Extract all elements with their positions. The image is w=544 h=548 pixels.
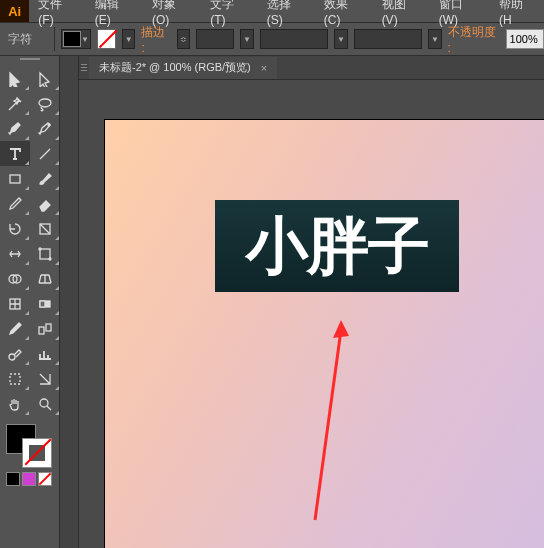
pencil-tool[interactable] (0, 191, 30, 216)
options-bar: 字符 ▼ ▼ 描边 : ≎ ▼ ▼ ▼ 不透明度 : 100% (0, 22, 544, 56)
character-panel-link[interactable]: 字符 (8, 31, 48, 48)
menu-select[interactable]: 选择(S) (258, 0, 315, 27)
free-transform-tool[interactable] (30, 241, 60, 266)
stroke-none-icon[interactable] (97, 29, 116, 49)
stroke-label: 描边 : (141, 24, 170, 55)
swatch-1[interactable] (22, 472, 36, 486)
gradient-tool[interactable] (30, 291, 60, 316)
stroke-swatch[interactable] (22, 438, 52, 468)
svg-marker-17 (333, 320, 349, 338)
document-tab-title: 未标题-2* @ 100% (RGB/预览) (99, 60, 251, 75)
menu-type[interactable]: 文字(T) (201, 0, 257, 27)
toolbox (0, 56, 60, 548)
stroke-weight-dropdown[interactable]: ▼ (240, 29, 253, 49)
svg-rect-1 (10, 175, 20, 183)
document-tab-strip: 未标题-2* @ 100% (RGB/预览) × (79, 56, 544, 80)
magic-wand-tool[interactable] (0, 91, 30, 116)
canvas[interactable]: 小胖子 (79, 80, 544, 548)
svg-rect-11 (39, 327, 44, 334)
width-tool[interactable] (0, 241, 30, 266)
app-badge-icon: Ai (0, 0, 29, 22)
text-content: 小胖子 (246, 204, 429, 288)
stroke-weight-input[interactable] (196, 29, 234, 49)
artboard[interactable]: 小胖子 (105, 120, 544, 548)
stroke-stepper[interactable]: ≎ (177, 29, 190, 49)
lasso-tool[interactable] (30, 91, 60, 116)
draw-mode-row (0, 468, 59, 490)
menu-view[interactable]: 视图(V) (373, 0, 430, 27)
fill-color-swatch[interactable]: ▼ (61, 29, 91, 49)
text-frame[interactable]: 小胖子 (215, 200, 459, 292)
swatch-2[interactable] (38, 472, 52, 486)
blend-tool[interactable] (30, 316, 60, 341)
svg-rect-12 (46, 324, 51, 331)
stroke-swatch-dropdown[interactable]: ▼ (122, 29, 135, 49)
svg-point-0 (48, 124, 50, 126)
brush-dropdown[interactable]: ▼ (428, 29, 441, 49)
direct-selection-tool[interactable] (30, 66, 60, 91)
close-icon[interactable]: × (261, 62, 267, 74)
menu-effect[interactable]: 效果(C) (315, 0, 373, 27)
curvature-tool[interactable] (30, 116, 60, 141)
svg-rect-14 (10, 374, 20, 384)
brush-definition[interactable] (354, 29, 423, 49)
symbol-sprayer-tool[interactable] (0, 341, 30, 366)
svg-point-15 (40, 399, 48, 407)
fill-stroke-control[interactable] (0, 420, 59, 468)
column-graph-tool[interactable] (30, 341, 60, 366)
svg-line-16 (315, 330, 341, 520)
eyedropper-tool[interactable] (0, 316, 30, 341)
toolbox-drag-handle[interactable] (0, 56, 59, 66)
variable-width-dropdown[interactable]: ▼ (334, 29, 347, 49)
rotate-tool[interactable] (0, 216, 30, 241)
paintbrush-tool[interactable] (30, 166, 60, 191)
svg-rect-10 (40, 301, 45, 307)
annotation-arrow-icon (311, 320, 351, 530)
hand-tool[interactable] (0, 391, 30, 416)
pen-tool[interactable] (0, 116, 30, 141)
mesh-tool[interactable] (0, 291, 30, 316)
zoom-tool[interactable] (30, 391, 60, 416)
menu-edit[interactable]: 编辑(E) (86, 0, 143, 27)
opacity-label: 不透明度 : (448, 24, 500, 55)
type-tool[interactable] (0, 141, 30, 166)
panel-dock-strip[interactable] (60, 56, 79, 548)
line-segment-tool[interactable] (30, 141, 60, 166)
slice-tool[interactable] (30, 366, 60, 391)
separator (54, 27, 55, 51)
artboard-tool[interactable] (0, 366, 30, 391)
svg-rect-3 (40, 249, 50, 259)
selection-tool[interactable] (0, 66, 30, 91)
document-tab[interactable]: 未标题-2* @ 100% (RGB/预览) × (89, 57, 277, 79)
tab-drag-handle[interactable] (79, 56, 89, 80)
svg-point-4 (39, 248, 41, 250)
variable-width-profile[interactable] (260, 29, 329, 49)
perspective-grid-tool[interactable] (30, 266, 60, 291)
opacity-input[interactable]: 100% (506, 29, 544, 49)
swatch-0[interactable] (6, 472, 20, 486)
svg-point-5 (49, 258, 51, 260)
menu-file[interactable]: 文件(F) (29, 0, 85, 27)
menu-bar: Ai 文件(F) 编辑(E) 对象(O) 文字(T) 选择(S) 效果(C) 视… (0, 0, 544, 22)
eraser-tool[interactable] (30, 191, 60, 216)
shape-builder-tool[interactable] (0, 266, 30, 291)
rectangle-tool[interactable] (0, 166, 30, 191)
scale-tool[interactable] (30, 216, 60, 241)
